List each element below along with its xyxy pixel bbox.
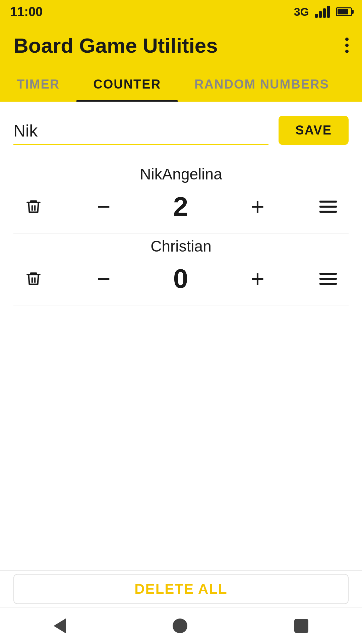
tab-counter[interactable]: COUNTER — [76, 67, 178, 102]
name-input-wrapper — [13, 118, 268, 145]
more-options-button[interactable] — [345, 38, 349, 53]
counter-value: 0 — [161, 263, 201, 294]
name-input[interactable] — [13, 118, 268, 145]
tab-bar: TIMER COUNTER RANDOM NUMBERS RANDOM — [0, 67, 362, 102]
battery-icon — [336, 7, 352, 16]
tab-random-extra[interactable]: RANDOM — [346, 67, 362, 102]
plus-icon: + — [251, 267, 264, 290]
network-icon: 3G — [294, 5, 309, 18]
back-button[interactable] — [54, 619, 66, 633]
delete-counter-button[interactable] — [20, 193, 47, 220]
status-icons: 3G — [294, 5, 352, 18]
counter-item: NikAngelina − 2 + — [13, 165, 349, 234]
decrement-button[interactable]: − — [92, 190, 116, 223]
save-button[interactable]: SAVE — [279, 116, 349, 145]
counter-value: 2 — [161, 191, 201, 222]
trash-icon — [25, 270, 42, 287]
counter-controls: − 0 + — [13, 262, 349, 296]
status-bar: 11:00 3G — [0, 0, 362, 23]
trash-icon — [25, 198, 42, 215]
counter-controls: − 2 + — [13, 190, 349, 223]
decrement-button[interactable]: − — [92, 262, 116, 296]
counter-name: NikAngelina — [13, 165, 349, 183]
input-row: SAVE — [13, 116, 349, 145]
recent-apps-button[interactable] — [294, 619, 308, 633]
delete-all-button[interactable]: DELETE ALL — [13, 574, 349, 604]
increment-button[interactable]: + — [246, 262, 269, 296]
hamburger-icon — [319, 201, 337, 213]
counter-item: Christian − 0 + — [13, 237, 349, 306]
counters-list: NikAngelina − 2 + — [13, 165, 349, 306]
minus-icon: − — [97, 195, 111, 218]
home-button[interactable] — [173, 619, 187, 633]
app-header: Board Game Utilities — [0, 23, 362, 67]
signal-icon — [315, 6, 330, 18]
tab-random-numbers[interactable]: RANDOM NUMBERS — [178, 67, 346, 102]
minus-icon: − — [97, 267, 111, 290]
delete-counter-button[interactable] — [20, 265, 47, 292]
app-title: Board Game Utilities — [13, 34, 218, 57]
menu-button[interactable] — [314, 268, 342, 290]
increment-button[interactable]: + — [246, 190, 269, 223]
plus-icon: + — [251, 195, 264, 218]
main-content: SAVE NikAngelina − 2 + — [0, 102, 362, 607]
bottom-nav — [0, 607, 362, 644]
hamburger-icon — [319, 273, 337, 285]
counter-name: Christian — [13, 237, 349, 255]
menu-button[interactable] — [314, 196, 342, 218]
status-time: 11:00 — [10, 5, 43, 19]
tab-timer[interactable]: TIMER — [0, 67, 76, 102]
delete-all-row: DELETE ALL — [0, 570, 362, 607]
